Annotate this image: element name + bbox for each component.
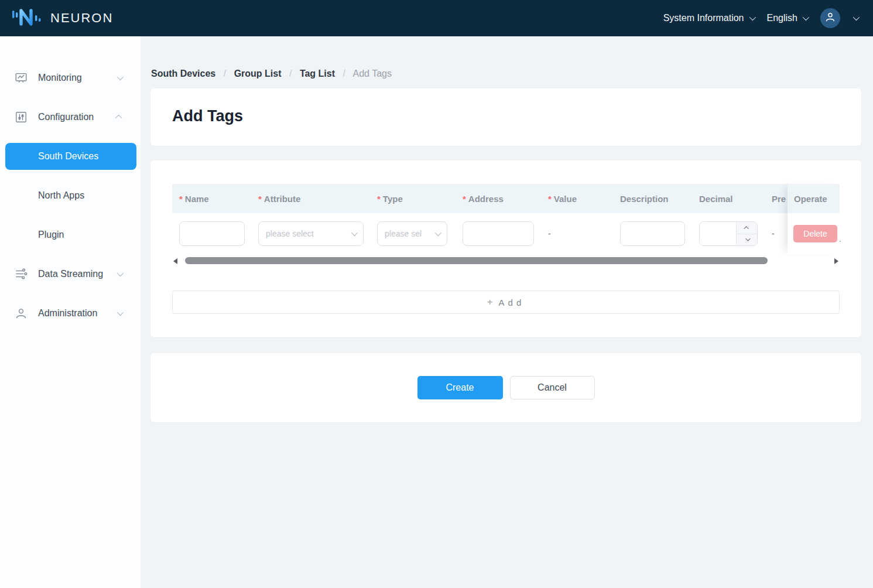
tags-form-card: *Name *Attribute *Type *Address *Value D…	[150, 160, 861, 337]
chevron-down-icon	[745, 237, 750, 241]
monitor-chart-icon	[15, 71, 28, 84]
precision-placeholder-dash: -	[772, 229, 775, 238]
stepper-buttons	[736, 222, 757, 245]
language-label: English	[767, 13, 797, 23]
required-marker: *	[377, 194, 381, 204]
chevron-down-icon	[749, 14, 755, 20]
horizontal-scrollbar	[172, 255, 840, 266]
breadcrumb-south-devices[interactable]: South Devices	[151, 69, 215, 78]
operate-cell: Delete .	[788, 213, 840, 254]
table-header-row: *Name *Attribute *Type *Address *Value D…	[172, 184, 840, 213]
decimal-input[interactable]	[700, 222, 736, 245]
stepper-up-button[interactable]	[737, 222, 757, 234]
column-header-address: *Address	[456, 194, 538, 204]
person-icon	[824, 11, 836, 25]
column-header-decimal: Decimal	[689, 194, 761, 204]
main-layout: Monitoring Configuration South Devices	[0, 36, 873, 588]
breadcrumb: South Devices / Group List / Tag List / …	[151, 69, 861, 79]
add-row-button[interactable]: + Add	[172, 290, 840, 314]
sidebar-item-north-apps[interactable]: North Apps	[0, 182, 141, 209]
sidebar-item-label: Monitoring	[0, 73, 82, 83]
attribute-cell: please select	[251, 221, 370, 246]
tags-table: *Name *Attribute *Type *Address *Value D…	[172, 184, 840, 266]
chevron-down-icon	[351, 230, 358, 236]
decimal-stepper	[699, 221, 758, 246]
sidebar-item-label: Plugin	[0, 230, 64, 240]
stepper-down-button[interactable]	[737, 234, 757, 246]
column-header-operate: Operate	[788, 184, 840, 213]
chevron-up-icon	[744, 226, 748, 231]
brand-name: NEURON	[50, 11, 113, 26]
sidebar-item-plugin[interactable]: Plugin	[0, 221, 141, 248]
sidebar-item-label: South Devices	[5, 151, 98, 162]
plus-icon: +	[487, 296, 493, 308]
neuron-logo-icon	[12, 6, 42, 30]
scrollbar-track[interactable]	[180, 257, 831, 265]
breadcrumb-tag-list[interactable]: Tag List	[300, 69, 335, 78]
breadcrumb-separator: /	[343, 69, 345, 78]
chevron-up-icon	[115, 115, 122, 121]
chevron-down-icon	[803, 14, 809, 20]
chevron-down-icon	[117, 270, 124, 276]
table-row: please select please sel	[172, 213, 840, 254]
chevron-down-icon	[117, 309, 124, 316]
description-cell	[610, 221, 689, 246]
sidebar: Monitoring Configuration South Devices	[0, 36, 141, 588]
app-root: NEURON System Information English	[0, 0, 873, 588]
top-navbar: NEURON System Information English	[0, 0, 873, 36]
user-menu-chevron-down-icon[interactable]	[853, 14, 860, 20]
sidebar-item-monitoring[interactable]: Monitoring	[0, 64, 141, 91]
truncated-text-dot: .	[839, 234, 841, 244]
scrollbar-thumb[interactable]	[185, 257, 768, 264]
required-marker: *	[548, 194, 552, 204]
breadcrumb-add-tags: Add Tags	[353, 69, 392, 78]
type-select[interactable]: please sel	[377, 221, 447, 246]
column-header-type: *Type	[370, 194, 456, 204]
description-input[interactable]	[620, 221, 685, 246]
sidebar-item-configuration[interactable]: Configuration	[0, 104, 141, 131]
system-information-label: System Information	[663, 13, 744, 23]
system-information-menu[interactable]: System Information	[663, 13, 754, 23]
chevron-down-icon	[435, 230, 441, 236]
attribute-select[interactable]: please select	[258, 221, 364, 246]
decimal-cell	[689, 221, 761, 246]
add-row-label: Add	[499, 298, 525, 307]
operate-fixed-column: Operate Delete .	[788, 184, 840, 254]
required-marker: *	[463, 194, 466, 204]
page-title-card: Add Tags	[150, 88, 861, 146]
delete-row-button[interactable]: Delete	[793, 225, 837, 242]
breadcrumb-group-list[interactable]: Group List	[234, 69, 282, 78]
scroll-left-arrow-icon[interactable]	[172, 257, 179, 264]
form-actions-card: Create Cancel	[150, 353, 861, 422]
sidebar-item-administration[interactable]: Administration	[0, 300, 141, 327]
column-header-description: Description	[610, 194, 689, 204]
create-button[interactable]: Create	[417, 376, 503, 399]
cancel-button[interactable]: Cancel	[510, 376, 595, 399]
name-input[interactable]	[179, 221, 245, 246]
type-cell: please sel	[370, 221, 456, 246]
brand[interactable]: NEURON	[12, 6, 113, 30]
value-cell: -	[538, 228, 610, 239]
address-input[interactable]	[463, 221, 534, 246]
breadcrumb-separator: /	[224, 69, 226, 78]
required-marker: *	[258, 194, 262, 204]
scroll-right-arrow-icon[interactable]	[833, 257, 840, 264]
name-cell	[172, 221, 251, 246]
address-cell	[456, 221, 538, 246]
sidebar-item-data-streaming[interactable]: Data Streaming	[0, 261, 141, 288]
page-title: Add Tags	[172, 107, 840, 125]
data-flow-icon	[15, 268, 28, 281]
column-header-attribute: *Attribute	[251, 194, 370, 204]
value-placeholder-dash: -	[548, 229, 551, 238]
content-area: South Devices / Group List / Tag List / …	[141, 36, 873, 588]
language-menu[interactable]: English	[767, 13, 807, 23]
column-header-value: *Value	[538, 194, 610, 204]
sidebar-item-south-devices[interactable]: South Devices	[5, 143, 136, 170]
user-avatar[interactable]	[820, 8, 840, 28]
navbar-right: System Information English	[663, 8, 858, 28]
type-placeholder: please sel	[385, 229, 422, 238]
column-header-name: *Name	[172, 194, 251, 204]
sidebar-item-label: North Apps	[0, 190, 84, 201]
sliders-icon	[15, 111, 28, 124]
person-icon	[15, 307, 28, 320]
